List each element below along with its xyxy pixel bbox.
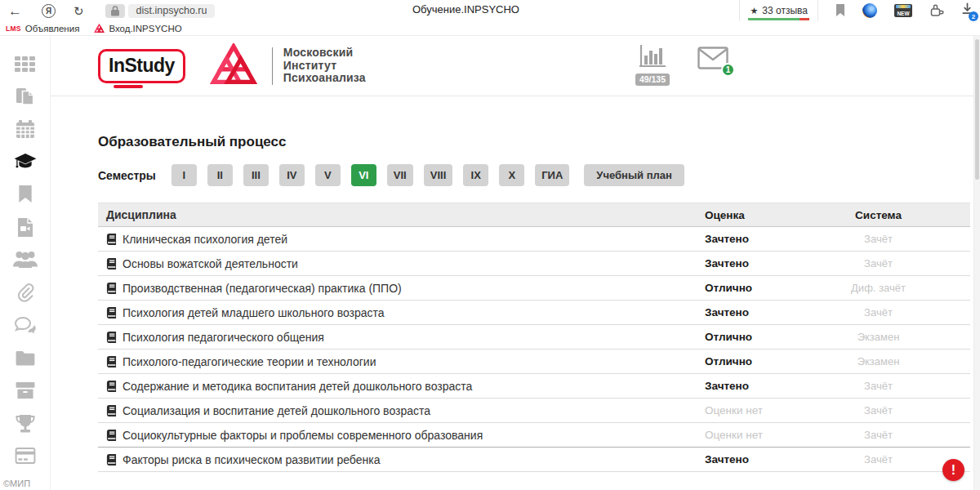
- education-icon[interactable]: [0, 145, 50, 178]
- discipline-cell[interactable]: Содержание и методика воспитания детей д…: [98, 380, 705, 393]
- discipline-cell[interactable]: Факторы риска в психическом развитии реб…: [98, 453, 705, 466]
- discipline-name: Социокультурные факторы и проблемы совре…: [122, 429, 483, 442]
- semester-button-IV[interactable]: IV: [279, 164, 305, 186]
- bookmark-icon[interactable]: [0, 178, 50, 211]
- attachment-icon[interactable]: [0, 276, 50, 309]
- progress-badge: 49/135: [635, 74, 670, 86]
- semester-button-VII[interactable]: VII: [387, 164, 413, 186]
- grade-cell: Оценки нет: [705, 404, 786, 416]
- bookmark-flag-icon[interactable]: [835, 4, 845, 17]
- table-row[interactable]: Содержание и методика воспитания детей д…: [98, 374, 970, 399]
- table-row[interactable]: Производственная (педагогическая) практи…: [98, 276, 970, 301]
- tab-title: Обучение.INPSYCHO: [412, 3, 519, 16]
- institute-name: Московский Институт Психоанализа: [283, 47, 366, 85]
- archive-icon[interactable]: [0, 374, 50, 407]
- chat-icon[interactable]: [0, 309, 50, 341]
- semester-button-II[interactable]: II: [207, 164, 233, 186]
- grade-cell: Отлично: [705, 282, 786, 294]
- table-row[interactable]: Психолого-педагогические теории и технол…: [98, 350, 970, 374]
- book-icon: [106, 283, 117, 294]
- discipline-name: Психология педагогического общения: [122, 331, 324, 344]
- video-file-icon[interactable]: [0, 211, 50, 243]
- bookmark-label: Вход.INPSYCHO: [109, 24, 181, 33]
- book-icon: [106, 356, 117, 368]
- table-row[interactable]: Психология детей младшего школьного возр…: [98, 301, 970, 325]
- bookmark-item-inpsycho[interactable]: Вход.INPSYCHO: [94, 24, 181, 33]
- gesture-extension-icon[interactable]: [929, 4, 944, 17]
- grade-cell: Зачтено: [705, 306, 786, 318]
- site-header: InStudy Московский Институт Психоанализа: [51, 36, 980, 96]
- table-row[interactable]: Основы вожатской деятельностиЗачтеноЗачё…: [98, 252, 970, 276]
- table-row[interactable]: Клиническая психология детейЗачтеноЗачёт: [98, 227, 970, 252]
- bookmark-item-lms[interactable]: LMS Объявления: [6, 24, 79, 33]
- semester-button-VIII[interactable]: VIII: [424, 164, 453, 186]
- semester-button-Учебный план[interactable]: Учебный план: [584, 164, 684, 186]
- system-cell: Зачёт: [786, 233, 970, 245]
- users-icon[interactable]: [0, 243, 50, 276]
- system-cell: Диф. зачёт: [786, 282, 970, 294]
- discipline-name: Основы вожатской деятельности: [122, 257, 298, 270]
- discipline-cell[interactable]: Психология педагогического общения: [98, 331, 705, 344]
- table-row[interactable]: Психология педагогического общенияОтличн…: [98, 325, 970, 350]
- book-icon: [106, 258, 117, 270]
- semester-buttons: IIIIIIIVVVIVIIVIIIIXXГИАУчебный план: [172, 164, 684, 186]
- refresh-icon[interactable]: ↻: [74, 5, 84, 17]
- semester-button-ГИА[interactable]: ГИА: [535, 164, 569, 186]
- yandex-icon[interactable]: Я: [42, 4, 56, 18]
- discipline-cell[interactable]: Социокультурные факторы и проблемы совре…: [98, 429, 705, 442]
- semester-button-IX[interactable]: IX: [463, 164, 488, 186]
- browser-extension-icon[interactable]: [862, 3, 877, 18]
- page-scrollbar[interactable]: [973, 36, 980, 490]
- downloads-icon[interactable]: 2: [961, 2, 973, 19]
- grade-cell: Отлично: [705, 331, 786, 343]
- semester-button-V[interactable]: V: [315, 164, 341, 186]
- calendar-icon[interactable]: [0, 113, 50, 145]
- lock-icon[interactable]: [105, 4, 125, 18]
- grade-cell: Зачтено: [705, 257, 786, 270]
- discipline-cell[interactable]: Производственная (педагогическая) практи…: [98, 282, 705, 295]
- system-cell: Зачёт: [786, 429, 970, 441]
- discipline-name: Клиническая психология детей: [122, 233, 287, 246]
- semester-button-III[interactable]: III: [243, 164, 269, 186]
- reviews-widget[interactable]: ★ 33 отзыва: [739, 0, 818, 21]
- back-icon[interactable]: ←: [8, 4, 22, 18]
- semester-bar: Семестры IIIIIIIVVVIVIIVIIIIXXГИАУчебный…: [98, 164, 980, 186]
- book-icon: [106, 405, 117, 416]
- book-icon: [106, 234, 117, 245]
- disciplines-table: Дисциплина Оценка Система Клиническая пс…: [98, 203, 970, 472]
- rating-bar: [748, 18, 809, 20]
- semester-button-I[interactable]: I: [172, 164, 197, 186]
- semester-button-VI[interactable]: VI: [351, 164, 376, 186]
- discipline-cell[interactable]: Клиническая психология детей: [98, 233, 705, 246]
- discipline-cell[interactable]: Психология детей младшего школьного возр…: [98, 306, 705, 319]
- discipline-cell[interactable]: Социализация и воспитание детей дошкольн…: [98, 404, 705, 417]
- mail-widget[interactable]: 1: [697, 47, 728, 73]
- discipline-name: Психология детей младшего школьного возр…: [122, 306, 385, 319]
- semester-button-X[interactable]: X: [499, 164, 524, 186]
- bookmark-label: Объявления: [25, 24, 80, 33]
- new-extension-icon[interactable]: NEW: [894, 4, 912, 17]
- sidebar-footer: ©МИП: [3, 479, 30, 488]
- table-row[interactable]: Социокультурные факторы и проблемы совре…: [98, 423, 970, 448]
- table-body: Клиническая психология детейЗачтеноЗачёт…: [98, 227, 970, 472]
- instudy-logo[interactable]: InStudy: [98, 49, 185, 83]
- system-cell: Зачёт: [786, 453, 970, 466]
- column-grade: Оценка: [705, 209, 786, 221]
- discipline-cell[interactable]: Основы вожатской деятельности: [98, 257, 705, 270]
- mail-badge: 1: [721, 63, 735, 77]
- browser-toolbar: ← Я ↻ dist.inpsycho.ru Обучение.INPSYCHO…: [0, 0, 980, 21]
- documents-icon[interactable]: [0, 80, 50, 113]
- folder-icon[interactable]: [0, 341, 50, 374]
- table-row[interactable]: Факторы риска в психическом развитии реб…: [98, 448, 970, 472]
- discipline-name: Содержание и методика воспитания детей д…: [122, 380, 472, 393]
- progress-widget[interactable]: 49/135: [629, 45, 676, 86]
- url-field[interactable]: dist.inpsycho.ru: [128, 4, 216, 18]
- discipline-cell[interactable]: Психолого-педагогические теории и технол…: [98, 355, 705, 368]
- alert-button[interactable]: !: [942, 459, 964, 481]
- trophy-icon[interactable]: [0, 407, 50, 439]
- scrollbar-thumb[interactable]: [975, 39, 979, 180]
- grid-icon[interactable]: [0, 47, 50, 80]
- table-row[interactable]: Социализация и воспитание детей дошкольн…: [98, 399, 970, 423]
- card-icon[interactable]: [0, 439, 50, 472]
- institute-logo[interactable]: [208, 43, 259, 89]
